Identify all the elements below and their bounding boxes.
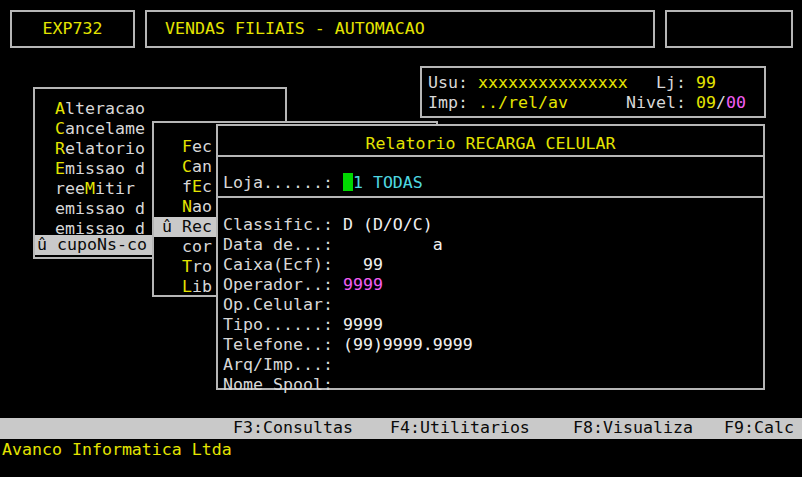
company-name: Avanco Informatica Ltda — [2, 440, 232, 460]
level-separator: / — [716, 93, 726, 112]
submenu-item-lib[interactable]: Lib — [182, 277, 212, 297]
fkey-f8-visualiza[interactable]: F8:Visualiza — [573, 418, 693, 438]
submenu-item-tro[interactable]: Tro — [182, 257, 212, 277]
user-value: xxxxxxxxxxxxxxx — [478, 73, 628, 92]
store-label: Lj: — [656, 73, 696, 92]
menu-item-emissao-2[interactable]: emissao d — [55, 199, 145, 219]
dialog-title-separator — [218, 155, 763, 157]
field-caixa-ecf-value: 99 — [343, 255, 383, 274]
store-line: Lj: 99 — [656, 73, 716, 93]
menu-item-cancelamento[interactable]: Cancelame — [55, 119, 145, 139]
empty-header-box — [665, 10, 793, 48]
printer-line: Imp: ../rel/av — [428, 93, 568, 113]
fkey-f9-calc[interactable]: F9:Calc — [724, 418, 794, 438]
dialog-title: Relatorio RECARGA CELULAR — [218, 134, 763, 154]
submenu-item-cor[interactable]: cor — [182, 237, 212, 257]
level-sub-value: 00 — [726, 93, 746, 112]
report-dialog: Relatorio RECARGA CELULAR Loja......: 1 … — [216, 124, 765, 390]
level-line: Nivel: 09/00 — [626, 93, 746, 113]
printer-value: ../rel/av — [478, 93, 568, 112]
field-telefone-value: (99)9999.9999 — [343, 335, 473, 354]
fkey-f3-consultas[interactable]: F3:Consultas — [233, 418, 353, 438]
program-code: EXP732 — [12, 19, 133, 39]
field-operador[interactable]: Operador..:9999 — [223, 275, 383, 295]
printer-label: Imp: — [428, 93, 478, 112]
field-arq-imp[interactable]: Arq/Imp...: — [223, 355, 343, 375]
menu-item-reemitir[interactable]: reeMitir — [55, 179, 135, 199]
store-value: 99 — [696, 73, 716, 92]
field-loja-label: Loja......: — [223, 173, 333, 192]
field-caixa-ecf[interactable]: Caixa(Ecf): 99 — [223, 255, 383, 275]
submenu-item-fec[interactable]: Fec — [182, 137, 212, 157]
fkey-f4-utilitarios[interactable]: F4:Utilitarios — [390, 418, 530, 438]
submenu-item-fec2[interactable]: fEc — [182, 177, 212, 197]
submenu-item-nao[interactable]: Nao — [182, 197, 212, 217]
field-operador-value: 9999 — [343, 275, 383, 294]
field-loja-value: 1 TODAS — [353, 173, 423, 192]
program-code-box: EXP732 — [10, 10, 135, 48]
menu-item-emissao-1[interactable]: Emissao d — [55, 159, 145, 179]
field-tipo[interactable]: Tipo......:9999 — [223, 315, 383, 335]
field-op-celular[interactable]: Op.Celular: — [223, 295, 343, 315]
field-nome-spool[interactable]: Nome Spool: — [223, 375, 343, 395]
menu-item-relatorio[interactable]: Relatorio — [55, 139, 145, 159]
field-data-de[interactable]: Data de...: a — [223, 235, 443, 255]
field-classific[interactable]: Classific.:D (D/O/C) — [223, 215, 433, 235]
field-tipo-value: 9999 — [343, 315, 383, 334]
level-label: Nivel: — [626, 93, 696, 112]
level-value: 09 — [696, 93, 716, 112]
module-title: VENDAS FILIAIS - AUTOMACAO — [165, 19, 425, 39]
text-cursor — [343, 173, 353, 191]
submenu-item-can[interactable]: Can — [182, 157, 212, 177]
field-telefone[interactable]: Telefone..:(99)9999.9999 — [223, 335, 473, 355]
field-loja[interactable]: Loja......: 1 TODAS — [223, 173, 423, 193]
user-line: Usu: xxxxxxxxxxxxxxx — [428, 73, 628, 93]
field-classific-value: D (D/O/C) — [343, 215, 433, 234]
module-title-box: VENDAS FILIAIS - AUTOMACAO — [145, 10, 655, 48]
terminal-screen: EXP732 VENDAS FILIAIS - AUTOMACAO Usu: x… — [0, 0, 802, 477]
dialog-loja-separator — [218, 196, 763, 198]
function-key-bar: F3:Consultas F4:Utilitarios F8:Visualiza… — [0, 418, 802, 439]
session-info-box: Usu: xxxxxxxxxxxxxxx Lj: 99 Imp: ../rel/… — [420, 66, 766, 118]
menu-item-alteracao[interactable]: Alteracao — [55, 99, 145, 119]
user-label: Usu: — [428, 73, 478, 92]
field-data-de-value: a — [343, 235, 443, 254]
